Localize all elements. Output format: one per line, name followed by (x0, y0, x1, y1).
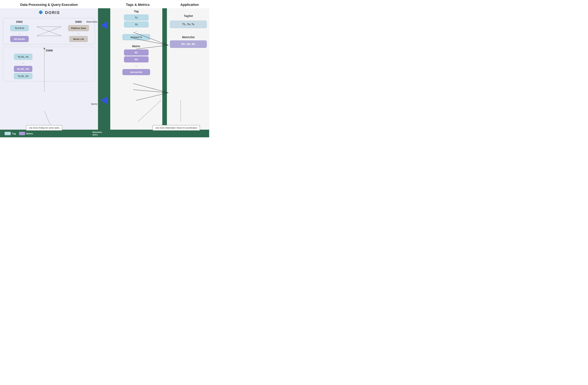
right-green-divider (162, 8, 167, 130)
dwd-section: DWD Platform Data ··· Music Lib (65, 20, 92, 42)
metric-m1: M1 (124, 49, 148, 55)
tag-legend-box (5, 132, 11, 135)
tag-dots: ··· (135, 29, 138, 32)
application-panel: TagSet T1...Tn, Tx MetricSet M1...Mn, Mx (167, 8, 209, 130)
metric-legend-label: Metric (26, 132, 33, 135)
middle-section-title: Tags & Metrics (110, 3, 165, 7)
right-section-title: Application (170, 3, 209, 7)
dwd-platform-data: Platform Data (68, 25, 89, 31)
tagset-title: TagSet (170, 14, 207, 18)
tag-legend: Tag (5, 132, 16, 135)
materialize-arrow (101, 21, 108, 29)
metricset-box: M1...Mn, Mx (170, 41, 207, 48)
rollup-note: Use Doris Rollup for some tasks (26, 125, 62, 131)
left-section-title: Data Processing & Query Execution (0, 3, 98, 7)
tag-t1: T1 (124, 15, 148, 21)
metric-legend-box (19, 132, 25, 135)
middle-green-column: Materialize Query (98, 8, 110, 130)
doris-logo: DORIS (3, 10, 95, 15)
dwm-title: DWM (6, 49, 92, 52)
dwd-title: DWD (75, 20, 82, 23)
tag-section: Tag T1 T2 ··· derived Tx (113, 10, 160, 40)
dws-dots: ··· (18, 32, 21, 35)
query-bar-label: Query (92, 133, 99, 136)
bottom-bar: Tag Metric Use Doris Rollup for some tas… (0, 130, 209, 137)
metricset-section: MetricSet M1...Mn, Mx (170, 36, 207, 48)
metric-nodes: M1 M2 ··· derived Mx (113, 49, 160, 75)
doris-logo-text: DORIS (45, 10, 60, 15)
materialize-views-note: Use Doris Materialize Views for accelera… (152, 125, 200, 131)
dws-title: DWS (16, 20, 23, 23)
dwm-nodes: T1,T2...Tn ··· M1,M2...Mn T1,T2...Tn (9, 54, 37, 79)
tag-nodes: T1 T2 ··· derived Tx (113, 15, 160, 40)
main-container: Data Processing & Query Execution Tags &… (0, 0, 209, 137)
metric-legend: Metric (19, 132, 33, 135)
dws-section: DWS T2,T4,Tn ··· M2,M4,Mn (6, 20, 33, 42)
dwm-tag-node1: T1,T2...Tn (14, 54, 32, 60)
metric-m2: M2 (124, 56, 148, 62)
dwm-tag-node2: T1,T2...Tn (14, 73, 32, 79)
dwm-dots: ··· (22, 61, 24, 64)
tagset-box: T1...Tn, Tx (170, 21, 207, 28)
tags-metrics-panel: Tag T1 T2 ··· derived Tx Metric M1 M2 ··… (110, 8, 162, 130)
doris-logo-icon (38, 10, 43, 15)
dwd-music-lib: Music Lib (69, 36, 88, 42)
query-label: Query (91, 103, 97, 105)
tag-section-title: Tag (113, 10, 160, 13)
dws-metric-node: M2,M4,Mn (10, 36, 29, 42)
tag-derived: derived Tx (123, 34, 150, 40)
dwm-metric-node: M1,M2...Mn (14, 66, 32, 72)
materialize-label: Materialize (86, 21, 97, 23)
dwd-dots: ··· (77, 32, 80, 35)
dws-tag-node: T2,T4,Tn (10, 25, 29, 31)
section-titles: Data Processing & Query Execution Tags &… (0, 0, 209, 8)
content-area: DORIS DWS T2,T4,Tn ··· M2,M4,Mn (0, 8, 209, 130)
metric-section: Metric M1 M2 ··· derived Mx (113, 45, 160, 75)
left-panel: DORIS DWS T2,T4,Tn ··· M2,M4,Mn (0, 8, 98, 130)
tag-legend-label: Tag (12, 132, 16, 135)
metric-dots: ··· (135, 64, 138, 67)
cross-lines-svg (33, 23, 65, 40)
metric-derived: derived Mx (123, 69, 150, 75)
query-arrow (101, 96, 108, 104)
dws-dwd-container: DWS T2,T4,Tn ··· M2,M4,Mn (3, 18, 95, 44)
tag-t2: T2 (124, 22, 148, 27)
dwm-container: DWM T1,T2...Tn ··· M1,M2...Mn T1,T2...Tn (3, 47, 95, 81)
tagset-section: TagSet T1...Tn, Tx (170, 14, 207, 28)
metric-section-title: Metric (113, 45, 160, 48)
metricset-title: MetricSet (170, 36, 207, 39)
